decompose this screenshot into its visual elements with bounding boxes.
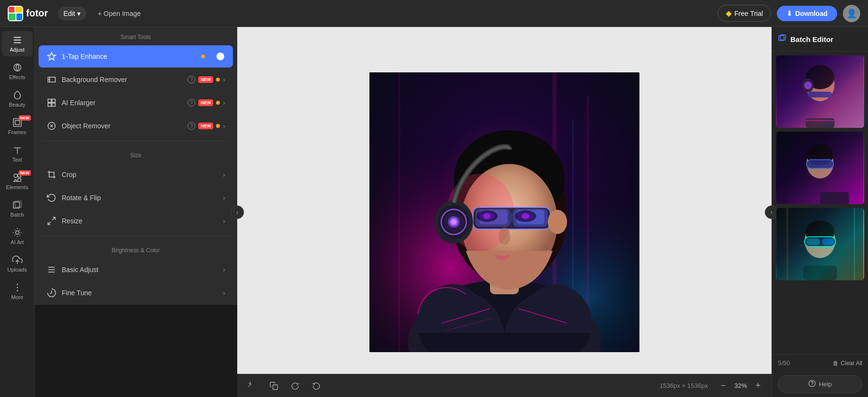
uploads-icon [12, 255, 23, 265]
zoom-out-button[interactable]: − [718, 380, 729, 392]
rotate-left-button[interactable] [287, 378, 303, 394]
batch-image-2[interactable] [776, 132, 864, 204]
sidebar-item-elements[interactable]: NEW Elements [2, 168, 33, 194]
more-icon [12, 282, 23, 293]
sidebar-item-more-label: More [11, 294, 23, 300]
tool-ai-enlarger[interactable]: AI Enlarger ? NEW › [39, 92, 233, 114]
tool-basic-adjust[interactable]: Basic Adjust › [39, 259, 233, 281]
tools-panel: Smart Tools 1-Tap Enhance Background Rem… [35, 27, 237, 305]
batch-image-1[interactable] [776, 55, 864, 128]
svg-point-24 [16, 287, 18, 288]
free-trial-button[interactable]: ◆ Free Trial [718, 5, 771, 22]
topbar-right: ◆ Free Trial ⬇ Download 👤 [718, 5, 860, 22]
svg-rect-13 [15, 120, 19, 124]
sidebar-item-more[interactable]: More [2, 278, 33, 304]
svg-rect-80 [273, 384, 278, 389]
svg-point-11 [14, 64, 21, 71]
sidebar-item-frames-label: Frames [8, 129, 26, 135]
svg-line-36 [48, 222, 51, 225]
sidebar-item-text[interactable]: Text [2, 141, 33, 166]
ai-enlarger-help-icon: ? [188, 99, 195, 107]
trash-icon: 🗑 [833, 360, 839, 367]
tool-object-remover[interactable]: Object Remover ? NEW › [39, 115, 233, 137]
svg-rect-89 [806, 118, 835, 128]
sidebar-item-elements-label: Elements [6, 184, 28, 190]
svg-point-8 [15, 37, 17, 39]
svg-rect-107 [803, 266, 837, 280]
svg-point-16 [14, 174, 17, 178]
tool-crop[interactable]: Crop › [39, 164, 233, 186]
sidebar-item-batch-label: Batch [10, 212, 24, 218]
tool-resize[interactable]: Resize › [39, 210, 233, 232]
sidebar-item-uploads[interactable]: Uploads [2, 251, 33, 276]
bg-remover-badges: ? NEW › [188, 76, 225, 83]
1tap-toggle[interactable] [208, 52, 225, 61]
avatar[interactable]: 👤 [843, 5, 860, 22]
topbar: fotor Edit ▾ + Open Image ◆ Free Trial ⬇… [0, 0, 868, 27]
svg-point-21 [15, 231, 19, 234]
sidebar-item-beauty-label: Beauty [9, 102, 25, 108]
sidebar-item-adjust[interactable]: Adjust [2, 31, 33, 56]
svg-rect-4 [16, 14, 22, 20]
sidebar-item-effects-label: Effects [9, 74, 25, 80]
tool-rotate-flip[interactable]: Rotate & Flip › [39, 187, 233, 209]
sidebar-item-effects[interactable]: Effects [2, 58, 33, 84]
tool-bg-remover[interactable]: Background Remover ? NEW › [39, 68, 233, 91]
collapse-panel-button[interactable]: ‹ [231, 205, 244, 219]
sidebar-item-frames[interactable]: NEW Frames [2, 113, 33, 139]
ai-enlarger-new-badge: NEW [198, 99, 213, 106]
object-remover-dot [216, 124, 220, 128]
smart-tools-label: Smart Tools [35, 27, 237, 44]
ai-enlarger-chevron: › [223, 99, 225, 107]
batch-editor-icon [778, 34, 787, 44]
clear-all-button[interactable]: 🗑 Clear All [833, 360, 862, 367]
tool-1tap-enhance[interactable]: 1-Tap Enhance [39, 45, 233, 68]
download-icon: ⬇ [787, 10, 792, 17]
bg-remover-new-badge: NEW [198, 76, 213, 83]
batch-count: 5/50 [778, 359, 790, 367]
edit-button[interactable]: Edit ▾ [58, 7, 86, 20]
tool-fine-tune[interactable]: Fine Tune › [39, 282, 233, 304]
open-image-button[interactable]: + Open Image [92, 7, 147, 20]
object-remover-label: Object Remover [62, 122, 183, 130]
download-button[interactable]: ⬇ Download [777, 6, 837, 21]
svg-point-69 [548, 210, 567, 234]
rotate-right-button[interactable] [309, 378, 324, 394]
batch-image-3[interactable] [776, 208, 864, 280]
svg-point-25 [16, 290, 18, 291]
sidebar-item-batch[interactable]: Batch [2, 196, 33, 221]
bg-remover-help-icon: ? [188, 76, 195, 83]
logo: fotor [8, 6, 48, 21]
size-label: Size [35, 145, 237, 163]
frames-new-badge: NEW [19, 115, 31, 121]
ai-enlarger-label: AI Enlarger [62, 99, 183, 107]
svg-point-70 [499, 228, 510, 245]
help-circle-icon [808, 380, 816, 389]
copy-button[interactable] [266, 378, 282, 394]
effects-icon [12, 62, 23, 73]
svg-point-73 [483, 213, 491, 219]
svg-rect-30 [48, 103, 52, 107]
elements-new-badge: NEW [19, 170, 31, 176]
batch-editor-title: Batch Editor [790, 35, 833, 43]
svg-rect-3 [9, 14, 15, 20]
svg-rect-100 [854, 208, 855, 280]
canvas-image-inner [369, 72, 639, 352]
basic-adjust-chevron: › [223, 266, 225, 274]
sidebar-item-beauty[interactable]: Beauty [2, 86, 33, 111]
svg-point-68 [451, 219, 456, 224]
sidebar-item-ai-art[interactable]: AI Art [2, 223, 33, 249]
bg-remover-label: Background Remover [62, 76, 183, 83]
icon-bar: Adjust Effects Beauty NEW Frames [0, 27, 35, 397]
batch-panel: Batch Editor [772, 27, 868, 397]
main-area: Adjust Effects Beauty NEW Frames [0, 27, 868, 397]
help-button[interactable]: Help [778, 375, 862, 393]
batch-footer: 5/50 🗑 Clear All [772, 354, 868, 371]
zoom-in-button[interactable]: + [752, 380, 764, 392]
resize-label: Resize [62, 217, 218, 225]
1tap-dot [201, 55, 205, 58]
undo-button[interactable] [245, 378, 260, 394]
svg-rect-106 [822, 238, 834, 245]
object-remover-chevron: › [223, 122, 225, 130]
crop-icon [46, 169, 57, 180]
